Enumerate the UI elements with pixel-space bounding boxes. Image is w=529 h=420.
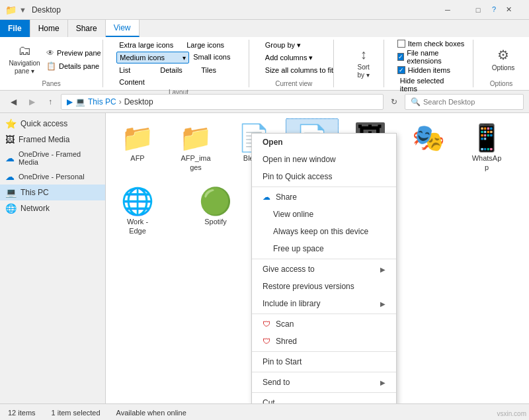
hidden-items-label: Hidden items (408, 66, 450, 74)
give-access-arrow: ▶ (380, 266, 386, 273)
content-label: Content (119, 78, 145, 86)
ctx-sep-5 (252, 372, 396, 372)
ctx-pin-start[interactable]: Pin to Start (252, 353, 396, 370)
maximize-button[interactable]: □ (463, 0, 493, 20)
hide-selected-label: Hide selecteditems (400, 77, 444, 93)
ribbon: File Home Share View 🗂 Navigationpane ▾ … (0, 20, 529, 91)
ctx-view-online[interactable]: View online (252, 206, 396, 223)
search-box[interactable]: 🔍 (405, 94, 524, 110)
this-pc-label: This PC (20, 188, 49, 197)
details-btn[interactable]: Details (157, 65, 197, 75)
list-btn[interactable]: List (116, 65, 156, 75)
network-label: Network (20, 204, 50, 213)
small-icons-btn[interactable]: Small icons (190, 52, 243, 62)
status-selected-count: 1 item selected (52, 409, 101, 417)
tab-home[interactable]: Home (30, 20, 68, 37)
ctx-pin-quick-access[interactable]: Pin to Quick access (252, 168, 396, 185)
file-item-spotify[interactable]: 🟢 Spotify (189, 182, 242, 240)
preview-pane-button[interactable]: 👁 Preview pane (44, 47, 104, 59)
file-item-whatsapp[interactable]: 📱 WhatsApp (460, 118, 513, 177)
ctx-always-keep[interactable]: Always keep on this device (252, 223, 396, 240)
hidden-items-toggle[interactable]: ✓ Hidden items (397, 66, 465, 74)
ctx-send-to[interactable]: Send to ▶ (252, 374, 396, 391)
framed-media-icon: 🖼 (5, 134, 15, 145)
tab-share[interactable]: Share (68, 20, 106, 37)
medium-icons-btn[interactable]: Medium icons ▾ (116, 52, 189, 63)
file-item-clownfish[interactable]: 🎭 (402, 118, 455, 177)
ctx-give-access-content: Give access to (263, 265, 315, 274)
sidebar-item-onedrive-framed[interactable]: ☁ OneDrive - Framed Media (0, 147, 105, 169)
watermark: vsxin.com (497, 410, 526, 417)
search-input[interactable] (423, 98, 518, 106)
sidebar-item-this-pc[interactable]: 💻 This PC (0, 185, 105, 200)
options-icon: ⚙ (497, 47, 509, 63)
title-bar: 📁 ▼ Desktop ─ □ ✕ ? (0, 0, 529, 20)
tiles-btn[interactable]: Tiles (198, 65, 238, 75)
back-button[interactable]: ◀ (5, 94, 21, 110)
include-library-arrow: ▶ (380, 300, 386, 308)
navigation-pane-button[interactable]: 🗂 Navigationpane ▾ (8, 41, 41, 78)
hide-selected-btn[interactable]: Hide selecteditems (397, 75, 447, 94)
ctx-scan[interactable]: 🛡 Scan (252, 315, 396, 333)
ctx-sep-3 (252, 314, 396, 314)
ctx-open[interactable]: Open (252, 134, 396, 151)
ctx-send-to-content: Send to (263, 378, 290, 387)
sidebar-item-framed-media[interactable]: 🖼 Framed Media (0, 132, 105, 147)
ctx-give-access[interactable]: Give access to ▶ (252, 261, 396, 278)
breadcrumb[interactable]: ▶ 💻 This PC › Desktop (61, 94, 384, 110)
extra-large-icons-btn[interactable]: Extra large icons (116, 40, 183, 50)
nav-pane-icon: 🗂 (18, 43, 31, 58)
item-check-boxes-toggle[interactable]: Item check boxes (397, 40, 465, 48)
tab-view[interactable]: View (106, 20, 140, 37)
work-edge-icon: 🌐 (121, 186, 154, 217)
medium-icons-dropdown[interactable]: ▾ (183, 54, 186, 62)
details-icon: 📋 (46, 62, 56, 71)
ctx-cut[interactable]: Cut (252, 394, 396, 403)
panes-content: 🗂 Navigationpane ▾ 👁 Preview pane 📋 Deta… (8, 40, 95, 79)
ctx-open-new-window[interactable]: Open in new window (252, 151, 396, 168)
ctx-shred[interactable]: 🛡 Shred (252, 333, 396, 350)
file-item-afp[interactable]: 📁 AFP (111, 118, 164, 177)
file-item-afp-images[interactable]: 📁 AFP_images (169, 118, 222, 177)
group-by-btn[interactable]: Group by ▾ (263, 40, 304, 51)
sidebar-item-quick-access[interactable]: ⭐ Quick access (0, 116, 105, 132)
quick-access-label: Quick access (20, 119, 67, 128)
add-columns-btn[interactable]: Add columns ▾ (263, 52, 316, 63)
ctx-include-library[interactable]: Include in library ▶ (252, 295, 396, 312)
file-name-extensions-toggle[interactable]: ✓ File name extensions (397, 49, 465, 65)
sort-button[interactable]: ↕ Sortby ▾ (347, 44, 380, 81)
ctx-sep-4 (252, 351, 396, 352)
sidebar-item-network[interactable]: 🌐 Network (0, 200, 105, 216)
close-button[interactable]: ✕ (493, 0, 524, 20)
add-columns-label: Add columns ▾ (265, 54, 313, 62)
size-columns-btn[interactable]: Size all columns to fit (263, 65, 336, 75)
tab-file[interactable]: File (0, 20, 30, 37)
options-button[interactable]: ⚙ Options (487, 41, 520, 78)
preview-label: Preview pane (57, 49, 101, 57)
afp-icon: 📁 (121, 122, 154, 153)
file-item-work-edge[interactable]: 🌐 Work -Edge (111, 182, 164, 240)
network-icon: 🌐 (5, 203, 17, 214)
refresh-button[interactable]: ↻ (386, 94, 402, 110)
afp-images-name: AFP_images (181, 153, 210, 173)
ctx-always-keep-label: Always keep on this device (273, 227, 368, 236)
sidebar-item-onedrive-personal[interactable]: ☁ OneDrive - Personal (0, 169, 105, 185)
options-label: Options (492, 64, 514, 72)
afp-images-icon: 📁 (179, 122, 212, 153)
ctx-sep-6 (252, 392, 396, 393)
ctx-share[interactable]: ☁ Share (252, 189, 396, 206)
breadcrumb-this-pc-label[interactable]: This PC (88, 97, 116, 106)
ctx-pin-start-content: Pin to Start (263, 357, 302, 366)
forward-button[interactable]: ▶ (24, 94, 40, 110)
content-btn[interactable]: Content (116, 77, 163, 87)
ribbon-group-layout: Extra large icons Large icons Medium ico… (114, 40, 249, 87)
details-pane-button[interactable]: 📋 Details pane (44, 60, 104, 72)
large-icons-btn[interactable]: Large icons (184, 40, 250, 50)
list-label: List (119, 66, 130, 74)
ctx-free-up-space[interactable]: Free up space (252, 240, 396, 257)
up-button[interactable]: ↑ (42, 94, 58, 110)
help-icon[interactable]: ? (492, 5, 496, 13)
ctx-restore-versions[interactable]: Restore previous versions (252, 278, 396, 295)
breadcrumb-this-pc[interactable]: ▶ (67, 97, 73, 106)
minimize-button[interactable]: ─ (432, 0, 463, 20)
